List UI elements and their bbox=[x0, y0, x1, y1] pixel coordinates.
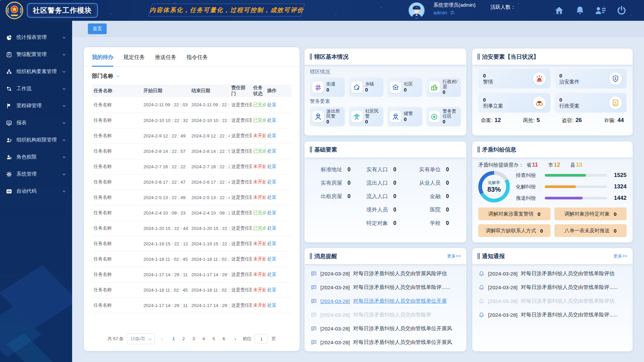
dispute-tag-button[interactable]: 调解对象涉重复警情0 bbox=[478, 207, 550, 220]
chevron-down-icon bbox=[62, 36, 66, 40]
next-page-button[interactable]: › bbox=[231, 336, 239, 342]
sidebar-item[interactable]: 角色权限 bbox=[0, 148, 72, 166]
handle-link[interactable]: 处置 bbox=[267, 102, 276, 107]
security-stat-card[interactable]: 0 刑事立案 bbox=[478, 93, 550, 113]
sidebar-item[interactable]: 自动代码 bbox=[0, 183, 72, 200]
bar-fill bbox=[545, 174, 586, 177]
stat-label: 街道 bbox=[326, 81, 335, 86]
sidebar-item[interactable]: 组织机构要素管理 bbox=[0, 63, 72, 80]
page-size-select[interactable]: 10条/页 bbox=[127, 334, 155, 344]
table-row: 任务名称 2024-1-17 14 : 29 : 11 2024-1-17 14… bbox=[92, 267, 291, 282]
more-link[interactable]: 更多>> bbox=[613, 253, 627, 259]
todo-tab[interactable]: 指令任务 bbox=[186, 54, 208, 67]
handle-link[interactable]: 处置 bbox=[267, 118, 276, 123]
group-label: 辖区情况 bbox=[310, 69, 461, 75]
sidebar-item[interactable]: 系统管理 bbox=[0, 166, 72, 183]
sidebar-item[interactable]: 警综配置管理 bbox=[0, 46, 72, 63]
message-panel: 消息提醒 更多>> [2024-03-28] 对每日涉矛盾纠纷人员交由管展风险评… bbox=[305, 248, 466, 351]
handle-link[interactable]: 处置 bbox=[267, 133, 276, 138]
sidebar-item[interactable]: 组织机构权限管理 bbox=[0, 131, 72, 148]
notice-item[interactable]: [2024-03-28] 对每日涉矛盾纠纷人员交由管线单险评...... bbox=[478, 308, 627, 322]
sidebar-item[interactable]: 里程碑管理 bbox=[0, 97, 72, 114]
security-stat-card[interactable]: 0 治安案件 bbox=[555, 69, 627, 88]
stat-icon bbox=[351, 81, 363, 93]
menu-icon bbox=[6, 86, 12, 92]
dispute-tag-button[interactable]: 八单一表未及时推送0 bbox=[554, 224, 627, 237]
page-number[interactable]: 1 bbox=[169, 335, 177, 343]
message-item[interactable]: [2024-03-28] 对每日涉矛盾纠纷人员交由管险评 bbox=[311, 308, 460, 322]
district-stat-card[interactable]: 行政村/居0 bbox=[426, 77, 461, 97]
page-numbers: 123456 bbox=[169, 335, 228, 343]
handle-link[interactable]: 处置 bbox=[267, 148, 276, 154]
page-number[interactable]: 6 bbox=[220, 335, 228, 343]
prev-page-button[interactable]: ‹ bbox=[158, 336, 166, 342]
goto-page-input[interactable] bbox=[255, 334, 268, 344]
district-stat-card[interactable]: 警务责任区0 bbox=[426, 107, 461, 126]
message-item[interactable]: [2024-03-28] 对每日涉矛盾纠纷人员交由管线单位开展风 bbox=[311, 322, 460, 336]
home-icon[interactable] bbox=[554, 5, 564, 15]
more-link[interactable]: 更多>> bbox=[447, 253, 461, 259]
sidebar-item[interactable]: 工作流 bbox=[0, 80, 72, 97]
handle-link[interactable]: 处置 bbox=[267, 226, 276, 231]
sidebar-item[interactable]: 报表 bbox=[0, 114, 72, 131]
message-item[interactable]: [2024-03-28] 对每日涉矛盾纠纷人员交由管线单位开展 bbox=[311, 294, 460, 308]
district-stat-card[interactable]: 街道0 bbox=[310, 77, 345, 97]
page-number[interactable]: 3 bbox=[190, 335, 198, 343]
district-stat-card[interactable]: 社区0 bbox=[387, 77, 422, 97]
start-date-cell: 2024-2-5 13 : 22 : 49 bbox=[142, 190, 190, 205]
message-item[interactable]: [2024-03-28] 对每日涉矛盾纠纷人员交由管线单位开展风 bbox=[311, 336, 460, 349]
stat-icon bbox=[429, 81, 440, 93]
power-icon[interactable] bbox=[616, 5, 627, 15]
status-badge: 未开始 bbox=[253, 195, 266, 200]
todo-tab[interactable]: 推送任务 bbox=[155, 54, 176, 67]
security-stat-card[interactable]: 0 行政受案 bbox=[555, 93, 627, 113]
handle-link[interactable]: 处置 bbox=[267, 272, 276, 277]
district-stat-card[interactable]: 社区民警0 bbox=[349, 107, 384, 126]
notice-item[interactable]: [2024-03-28] 对每日涉矛盾纠纷人员交由管线单险评估 bbox=[478, 267, 627, 281]
stat-value: 0 bbox=[559, 73, 580, 79]
handle-link[interactable]: 处置 bbox=[267, 210, 276, 215]
message-icon bbox=[311, 312, 317, 318]
message-item[interactable]: [2024-03-28] 对每日涉矛盾纠纷人员交由管线单险评...... bbox=[311, 281, 460, 294]
handle-link[interactable]: 处置 bbox=[267, 195, 276, 200]
bell-icon[interactable] bbox=[575, 5, 585, 15]
start-date-cell: 2024-2-8 14 : 22 : 57 bbox=[142, 143, 190, 159]
stat-value: 0 bbox=[443, 89, 445, 95]
stat-item: 境外人员0 bbox=[359, 203, 412, 217]
notice-item[interactable]: [2024-03-28] 对每日涉矛盾纠纷人员交由管线单险评估 bbox=[478, 294, 627, 308]
chevron-down-icon bbox=[62, 121, 66, 125]
handle-link[interactable]: 处置 bbox=[267, 179, 276, 184]
online-users-icon[interactable] bbox=[594, 5, 606, 15]
switch-user-icon[interactable] bbox=[449, 10, 455, 15]
sidebar-item[interactable]: 统计报表管理 bbox=[0, 29, 72, 46]
security-panel: 治安要素【当日状况】 0 警情 0 治安案件 0 刑事立案 bbox=[472, 49, 633, 135]
stat-label: 派出所民警 bbox=[326, 109, 342, 119]
page-number[interactable]: 5 bbox=[210, 335, 218, 343]
chevron-down-icon[interactable] bbox=[116, 74, 120, 78]
page-number[interactable]: 4 bbox=[200, 335, 208, 343]
security-stat-card[interactable]: 0 警情 bbox=[478, 69, 550, 88]
chevron-down-icon bbox=[62, 104, 66, 108]
notice-item[interactable]: [2024-03-28] 对每日涉矛盾纠纷人员交由管线单险评...... bbox=[478, 281, 627, 294]
handle-link[interactable]: 处置 bbox=[267, 256, 276, 261]
dispute-tag-button[interactable]: 调解对象涉特定对象0 bbox=[554, 207, 627, 220]
message-item[interactable]: [2024-03-28] 对每日涉矛盾纠纷人员交由管展风险评估 bbox=[311, 267, 460, 281]
message-text: 对每日涉矛盾纠纷人员交由管线单位开展风 bbox=[353, 325, 452, 332]
handle-link[interactable]: 处置 bbox=[267, 241, 276, 246]
todo-tab[interactable]: 规定任务 bbox=[123, 54, 145, 67]
page-number[interactable]: 2 bbox=[179, 335, 187, 343]
todo-tab[interactable]: 我的待办 bbox=[92, 54, 113, 67]
department-filter-label[interactable]: 部门名称 bbox=[92, 73, 113, 80]
handle-link[interactable]: 处置 bbox=[267, 287, 276, 292]
username[interactable]: admin bbox=[433, 10, 447, 15]
district-stat-card[interactable]: 辅警0 bbox=[387, 107, 422, 126]
dispute-tag-button[interactable]: 调解双方缺联系人方式0 bbox=[478, 224, 550, 237]
district-stat-card[interactable]: 乡镇0 bbox=[349, 77, 384, 97]
district-stat-card[interactable]: 派出所民警0 bbox=[310, 107, 345, 126]
handle-link[interactable]: 处置 bbox=[267, 303, 276, 308]
tab-home[interactable]: 首页 bbox=[88, 23, 107, 34]
breadcrumb-tab-band: 首页 bbox=[72, 21, 644, 37]
user-avatar[interactable] bbox=[409, 2, 425, 18]
handle-link[interactable]: 处置 bbox=[267, 164, 276, 169]
chevron-down-icon bbox=[62, 138, 66, 142]
